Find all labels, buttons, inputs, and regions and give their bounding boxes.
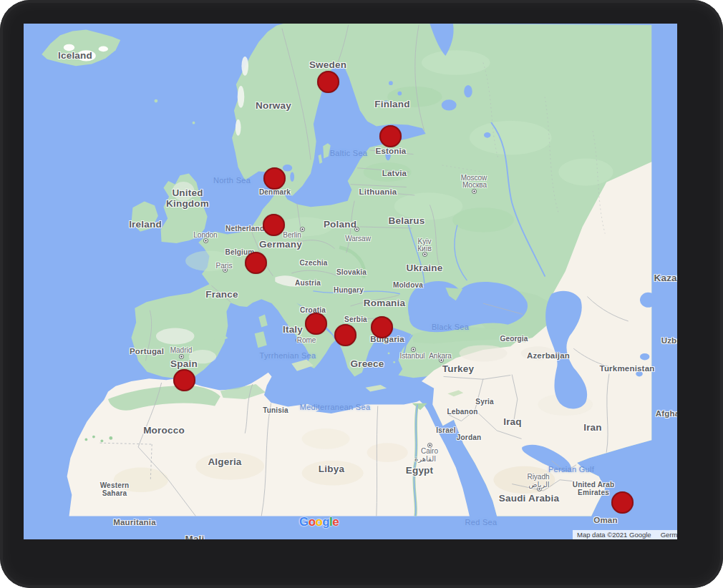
city-dot-riyadh xyxy=(537,486,542,491)
city-dot-rome xyxy=(296,338,301,343)
map-marker-denmark[interactable] xyxy=(263,167,286,190)
map-marker-sweden[interactable] xyxy=(317,71,339,93)
city-dot-berlin xyxy=(300,227,305,232)
google-logo[interactable]: Google xyxy=(299,515,339,529)
city-dot-istanbul xyxy=(411,347,416,352)
city-dot-madrid xyxy=(179,354,184,359)
city-dot-cairo xyxy=(427,443,432,448)
map-marker-albania-montenegro-coast[interactable] xyxy=(334,324,356,346)
map-marker-croatia[interactable] xyxy=(305,313,327,335)
city-dot-ankara xyxy=(439,358,444,363)
map-marker-bulgaria[interactable] xyxy=(371,316,393,338)
city-dot-warsaw xyxy=(354,227,359,232)
city-dot-paris xyxy=(223,268,228,273)
google-logo-letter: o xyxy=(315,515,322,529)
city-dot-moscow xyxy=(472,189,477,194)
attribution-map-data: Map data ©2021 Google xyxy=(577,531,651,539)
map-marker-spain[interactable] xyxy=(173,369,195,391)
map-attribution: Map data ©2021 Google Germany Terms xyxy=(573,530,677,539)
city-dot-london xyxy=(203,238,208,243)
google-logo-letter: e xyxy=(332,515,339,529)
google-logo-letter: o xyxy=(309,515,316,529)
city-dot-kyiv xyxy=(422,252,427,257)
attribution-region: Germany xyxy=(661,531,677,539)
google-logo-letter: g xyxy=(322,515,329,529)
map-marker-netherlands[interactable] xyxy=(263,214,285,236)
google-logo-letter: G xyxy=(299,515,309,529)
map-canvas[interactable]: Google Map data ©2021 Google Germany Ter… xyxy=(24,24,677,539)
map-marker-belgium[interactable] xyxy=(245,252,267,274)
map-marker-estonia[interactable] xyxy=(379,125,402,147)
map-tiles xyxy=(24,24,677,539)
device-frame: Google Map data ©2021 Google Germany Ter… xyxy=(0,0,723,588)
map-marker-oman[interactable] xyxy=(611,491,634,514)
